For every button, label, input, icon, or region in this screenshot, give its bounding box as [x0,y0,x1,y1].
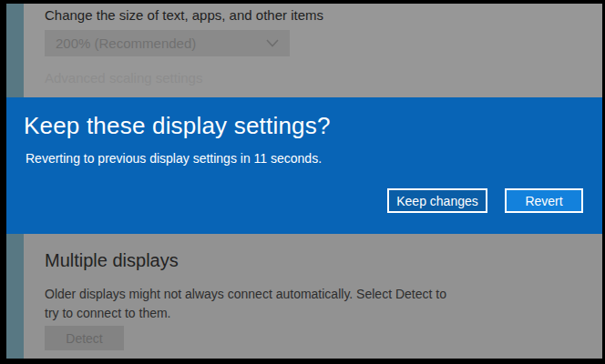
scale-dropdown-value: 200% (Recommended) [56,35,196,51]
left-nav-strip [6,4,24,97]
description-line: try to connect to them. [45,304,446,323]
description-line: Older displays might not always connect … [45,285,446,304]
scaling-section: Change the size of text, apps, and other… [6,4,602,97]
dialog-countdown-message: Reverting to previous display settings i… [26,151,322,166]
scaling-heading: Change the size of text, apps, and other… [45,7,323,23]
dialog-title: Keep these display settings? [24,112,331,140]
display-settings-screenshot: Change the size of text, apps, and other… [0,0,605,364]
dialog-button-row: Keep changes Revert [6,188,583,213]
revert-button[interactable]: Revert [505,188,583,213]
multiple-displays-description: Older displays might not always connect … [45,285,446,323]
scale-dropdown[interactable]: 200% (Recommended) [45,30,290,56]
left-nav-strip [6,234,24,359]
keep-changes-button[interactable]: Keep changes [387,188,487,213]
keep-display-settings-dialog: Keep these display settings? Reverting t… [6,97,602,234]
multiple-displays-section: Multiple displays Older displays might n… [6,234,602,359]
detect-button[interactable]: Detect [45,326,124,350]
multiple-displays-heading: Multiple displays [45,250,179,271]
settings-window: Change the size of text, apps, and other… [6,4,602,359]
advanced-scaling-settings-link[interactable]: Advanced scaling settings [45,70,202,86]
chevron-down-icon [266,39,279,47]
